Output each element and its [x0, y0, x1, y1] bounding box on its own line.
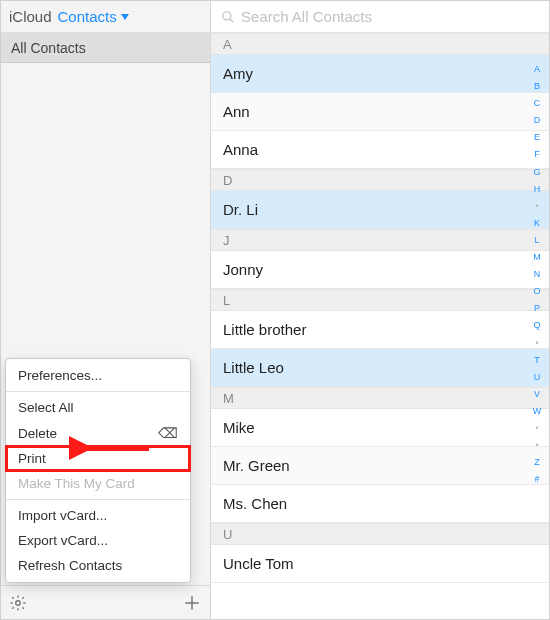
alpha-index-letter[interactable]: A [534, 61, 540, 78]
contact-row[interactable]: Mike [211, 409, 549, 447]
gear-icon[interactable] [9, 594, 27, 612]
search-icon [221, 10, 235, 24]
menu-export-vcard[interactable]: Export vCard... [6, 528, 190, 553]
search-bar[interactable] [211, 1, 549, 33]
alpha-index-letter[interactable]: W [533, 403, 542, 420]
contact-row[interactable]: Dr. Li [211, 191, 549, 229]
plus-icon[interactable] [182, 593, 202, 613]
alpha-index-letter[interactable]: Q [533, 317, 540, 334]
icloud-label: iCloud [9, 8, 52, 25]
alpha-index-letter[interactable]: C [534, 95, 541, 112]
settings-menu: Preferences... Select All Delete ⌫ Print… [5, 358, 191, 583]
contact-row[interactable]: Little brother [211, 311, 549, 349]
alpha-index-letter[interactable]: # [534, 471, 539, 488]
contact-row[interactable]: Ann [211, 93, 549, 131]
alpha-index-letter[interactable]: • [535, 335, 538, 352]
contacts-panel: AAmyAnnAnnaDDr. LiJJonnyLLittle brotherL… [211, 1, 549, 619]
menu-preferences[interactable]: Preferences... [6, 363, 190, 388]
contact-row[interactable]: Uncle Tom [211, 545, 549, 583]
alpha-index-letter[interactable]: K [534, 215, 540, 232]
section-header: L [211, 289, 549, 311]
contact-list[interactable]: AAmyAnnAnnaDDr. LiJJonnyLLittle brotherL… [211, 33, 549, 619]
menu-print[interactable]: Print [6, 446, 190, 471]
chevron-down-icon [121, 14, 129, 20]
alpha-index-letter[interactable]: L [534, 232, 539, 249]
section-header: D [211, 169, 549, 191]
svg-point-3 [223, 11, 231, 19]
menu-make-my-card: Make This My Card [6, 471, 190, 496]
alpha-index-letter[interactable]: G [533, 164, 540, 181]
contact-row[interactable]: Mr. Green [211, 447, 549, 485]
svg-point-0 [16, 600, 21, 605]
app-switcher[interactable]: Contacts [58, 8, 129, 25]
menu-select-all[interactable]: Select All [6, 395, 190, 420]
alpha-index-letter[interactable]: O [533, 283, 540, 300]
alpha-index-letter[interactable]: • [535, 198, 538, 215]
alpha-index-letter[interactable]: V [534, 386, 540, 403]
contact-row[interactable]: Anna [211, 131, 549, 169]
alpha-index-letter[interactable]: D [534, 112, 541, 129]
alpha-index-letter[interactable]: T [534, 352, 540, 369]
alpha-index-letter[interactable]: • [535, 420, 538, 437]
section-header: J [211, 229, 549, 251]
alpha-index-letter[interactable]: Z [534, 454, 540, 471]
menu-import-vcard[interactable]: Import vCard... [6, 503, 190, 528]
sidebar-item-all-contacts[interactable]: All Contacts [1, 33, 210, 63]
alpha-index-letter[interactable]: H [534, 181, 541, 198]
backspace-icon: ⌫ [158, 425, 178, 441]
menu-delete[interactable]: Delete ⌫ [6, 420, 190, 446]
contact-row[interactable]: Ms. Chen [211, 485, 549, 523]
contact-row[interactable]: Little Leo [211, 349, 549, 387]
alpha-index[interactable]: ABCDEFGH•KLMNOPQ•TUVW••Z# [529, 61, 545, 488]
menu-refresh-contacts[interactable]: Refresh Contacts [6, 553, 190, 578]
svg-line-4 [230, 18, 234, 22]
section-header: A [211, 33, 549, 55]
alpha-index-letter[interactable]: F [534, 146, 540, 163]
alpha-index-letter[interactable]: N [534, 266, 541, 283]
sidebar-footer [1, 585, 210, 619]
sidebar: iCloud Contacts All Contacts Preferences… [1, 1, 211, 619]
alpha-index-letter[interactable]: M [533, 249, 541, 266]
contact-row[interactable]: Jonny [211, 251, 549, 289]
alpha-index-letter[interactable]: B [534, 78, 540, 95]
app-header: iCloud Contacts [1, 1, 210, 33]
alpha-index-letter[interactable]: U [534, 369, 541, 386]
section-header: M [211, 387, 549, 409]
alpha-index-letter[interactable]: • [535, 437, 538, 454]
alpha-index-letter[interactable]: E [534, 129, 540, 146]
section-header: U [211, 523, 549, 545]
sidebar-item-label: All Contacts [11, 40, 86, 56]
app-name: Contacts [58, 8, 117, 25]
alpha-index-letter[interactable]: P [534, 300, 540, 317]
contact-row[interactable]: Amy [211, 55, 549, 93]
search-input[interactable] [241, 8, 539, 25]
